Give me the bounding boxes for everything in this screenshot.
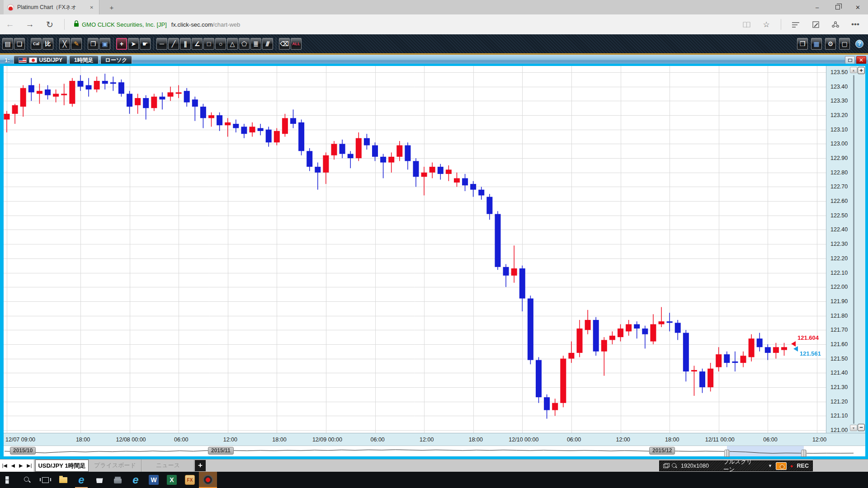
ask-price-label: 121.604 (797, 334, 819, 341)
display-button[interactable]: ▢ (839, 38, 850, 50)
next-tab-button[interactable]: ▶ (19, 463, 23, 469)
angle-line-button[interactable]: ∠ (192, 38, 203, 50)
task-view-button[interactable] (36, 472, 54, 488)
tile-windows-button[interactable]: ▦ (811, 38, 822, 50)
last-tab-button[interactable]: ▶| (27, 463, 32, 469)
candlestick-chart-canvas[interactable] (4, 66, 826, 433)
window-minimize-button[interactable]: – (807, 0, 827, 14)
window-mode-icon[interactable] (663, 464, 668, 468)
zoom-in-button[interactable]: + (858, 67, 865, 74)
fx-app-icon[interactable]: FX (181, 472, 199, 488)
refresh-button[interactable]: ↻ (40, 19, 60, 30)
share-icon[interactable] (826, 20, 845, 29)
reading-view-icon[interactable] (736, 20, 756, 29)
zoom-out-button[interactable]: − (858, 424, 865, 431)
dropdown-arrow-icon[interactable]: ▼ (768, 464, 772, 468)
web-note-icon[interactable] (806, 20, 826, 29)
search-button[interactable] (18, 472, 36, 488)
screen-recorder-icon[interactable] (199, 472, 217, 488)
more-actions-icon[interactable]: ••• (845, 20, 865, 29)
navigator-left-handle[interactable] (724, 450, 730, 457)
symbol-selector-button[interactable]: USD/JPY (14, 56, 67, 65)
scroll-down-button[interactable]: ▼ (850, 425, 857, 431)
pentagon-button[interactable]: ⬠ (239, 38, 250, 50)
compare-button[interactable]: 比 (42, 38, 53, 50)
toolbar-divider (276, 38, 276, 50)
settings-gear-button[interactable]: ⚙ (825, 38, 836, 50)
parallel-lines-button[interactable]: ∥ (180, 38, 191, 50)
fan-lines-button[interactable]: ⫻ (262, 38, 273, 50)
pan-hand-button[interactable]: ☛ (140, 38, 151, 50)
prev-tab-button[interactable]: ◀ (11, 463, 15, 469)
timeframe-selector-button[interactable]: 1時間足 (69, 56, 99, 65)
navigator-sparkline-canvas[interactable] (4, 446, 865, 456)
window-restore-button[interactable] (827, 0, 848, 14)
add-tab-button[interactable]: + (195, 460, 206, 471)
hub-icon[interactable] (786, 20, 806, 29)
trend-line-button[interactable]: ╱ (168, 38, 179, 50)
price-axis-label: 123.10 (830, 127, 848, 133)
tab-close-icon[interactable]: ✕ (88, 4, 95, 11)
horizontal-line-button[interactable]: ─ (156, 38, 167, 50)
timeline-navigator: 2015/102015/112015/12 (4, 446, 865, 456)
start-button[interactable] (0, 472, 18, 488)
erase-all-button[interactable]: ALL (291, 38, 302, 50)
url-text[interactable]: fx.click-sec.com/chart-web (171, 21, 240, 28)
draw-pencil-button[interactable]: ✎ (71, 38, 82, 50)
chart-type-selector-button[interactable]: ローソク (100, 56, 132, 65)
back-button[interactable]: ← (0, 19, 20, 29)
navigator-date-badge: 2015/11 (208, 447, 234, 455)
time-axis-label: 06:00 (371, 436, 385, 443)
certificate-label[interactable]: GMO CLICK Securities, Inc. [JP] (82, 21, 167, 28)
help-button[interactable]: ? (855, 40, 863, 48)
address-bar: ← → ↻ GMO CLICK Securities, Inc. [JP] fx… (0, 14, 868, 34)
screenshot-camera-button[interactable] (776, 462, 787, 470)
crosshair-button[interactable]: + (116, 38, 127, 50)
eraser-button[interactable]: ⌫ (279, 38, 290, 50)
save-button[interactable]: ▣ (99, 38, 110, 50)
chart-close-button[interactable]: ✕ (856, 56, 866, 64)
favorites-star-icon[interactable]: ☆ (756, 20, 776, 29)
layout-button[interactable]: ❒ (797, 38, 808, 50)
new-tab-button[interactable]: + (105, 3, 118, 13)
window-close-button[interactable]: ✕ (848, 0, 868, 14)
chart-window-controls: ✕ (845, 56, 866, 64)
indicator-settings-button[interactable]: ╳ (59, 38, 70, 50)
chart-restore-button[interactable] (845, 56, 855, 64)
ellipse-button[interactable]: ○ (215, 38, 226, 50)
new-chart-button[interactable]: ❏ (14, 38, 25, 50)
time-axis-label: 06:00 (174, 436, 188, 443)
scroll-up-button[interactable]: ▲ (850, 67, 857, 73)
workspace-tab[interactable]: ニュース (142, 460, 194, 472)
edge-icon[interactable]: e (72, 472, 90, 488)
time-axis-label: 12/11 00:00 (705, 436, 735, 443)
forward-button[interactable]: → (20, 19, 40, 29)
fibonacci-button[interactable]: ≣ (250, 38, 261, 50)
first-tab-button[interactable]: |◀ (2, 463, 7, 469)
browser-tab[interactable]: Platinum Chart（FXネオ ✕ (4, 0, 99, 14)
rectangle-button[interactable]: □ (203, 38, 214, 50)
store-icon[interactable] (90, 472, 108, 488)
price-axis-label: 123.20 (830, 112, 848, 118)
zoom-status-icon[interactable] (672, 463, 677, 469)
device-app-icon[interactable] (108, 472, 127, 488)
internet-explorer-icon[interactable]: e (127, 472, 145, 488)
time-axis[interactable]: 12/07 09:0018:0012/08 00:0006:0012:0018:… (4, 433, 865, 446)
triangle-button[interactable]: △ (227, 38, 238, 50)
workspace-tab[interactable]: USD/JPY 1時間足 (35, 460, 89, 472)
workspace-tab[interactable]: プライスボード (89, 460, 142, 472)
scrollbar-track[interactable] (853, 75, 854, 424)
board-list-button[interactable]: ▤ (2, 38, 13, 50)
cursor-button[interactable]: ➤ (128, 38, 139, 50)
file-explorer-icon[interactable] (54, 472, 72, 488)
word-icon[interactable]: W (145, 472, 163, 488)
window-settings-button[interactable]: ❐ (88, 38, 99, 50)
navigator-date-badge: 2015/10 (10, 447, 36, 455)
toolbar-buttons: ▤❏Cal比╳✎❐▣+➤☛─╱∥∠□○△⬠≣⫻⌫ALL (0, 38, 302, 50)
rec-label[interactable]: REC (797, 463, 809, 469)
calendar-button[interactable]: Cal (31, 38, 42, 50)
excel-icon[interactable]: X (163, 472, 181, 488)
device-app-icon-glyph (114, 479, 122, 483)
window-tab-bar: |◀◀▶▶| USD/JPY 1時間足プライスボードニュース + 1920x10… (0, 459, 868, 472)
navigator-right-handle[interactable] (801, 450, 807, 457)
